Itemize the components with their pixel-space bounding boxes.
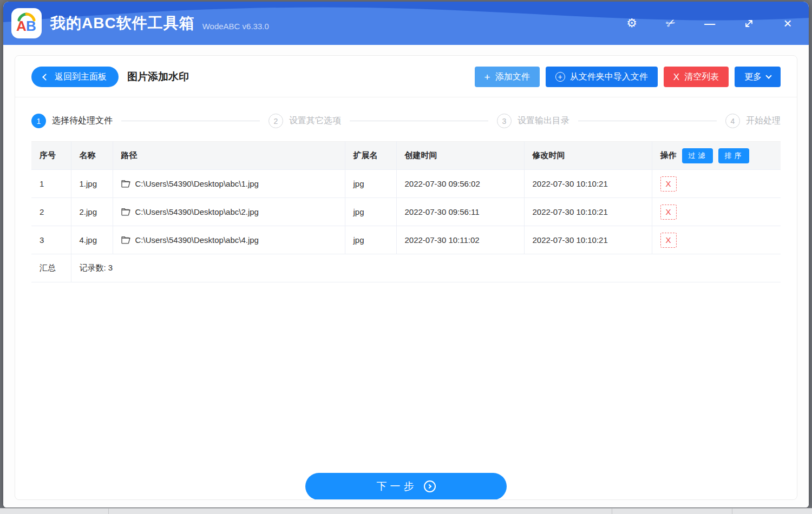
import-from-folder-button[interactable]: + 从文件夹中导入文件 (546, 67, 658, 87)
cell-created: 2022-07-30 09:56:11 (396, 198, 524, 226)
back-button-label: 返回到主面板 (55, 71, 107, 83)
table-row: 3 4.jpg C:\Users\54390\Desktop\abc\4.jpg (31, 226, 781, 254)
next-step-button[interactable]: 下一步 (305, 473, 507, 500)
col-header-path: 路径 (113, 142, 345, 170)
screenshot-scissors-icon[interactable]: ✂ (662, 14, 680, 33)
folder-icon (121, 208, 130, 216)
step-3-circle: 3 (497, 114, 512, 128)
svg-text:A: A (16, 18, 27, 34)
cell-ext: jpg (345, 170, 396, 198)
background-taskbar (0, 508, 812, 514)
path-text: C:\Users\54390\Desktop\abc\1.jpg (135, 179, 259, 188)
next-step-label: 下一步 (377, 479, 417, 493)
step-indicator: 1 选择待处理文件 2 设置其它选项 3 设置输出目录 4 开始处理 (15, 97, 797, 141)
app-window: A B 我的ABC软件工具箱 WodeABC v6.33.0 ⚙ ✂ — × (3, 2, 809, 508)
table-header-row: 序号 名称 路径 扩展名 创建时间 修改时间 操作 过滤 排序 (31, 142, 781, 170)
cell-created: 2022-07-30 09:56:02 (396, 170, 524, 198)
step-4-start: 4 开始处理 (725, 114, 781, 128)
cell-name: 1.jpg (71, 170, 113, 198)
back-to-dashboard-button[interactable]: 返回到主面板 (31, 67, 119, 87)
cell-index: 1 (31, 170, 71, 198)
table-row: 1 1.jpg C:\Users\54390\Desktop\abc\1.jpg (31, 170, 781, 198)
minimize-icon[interactable]: — (703, 16, 717, 30)
x-icon: X (673, 73, 679, 82)
clear-list-label: 清空列表 (684, 71, 719, 83)
step-4-label: 开始处理 (746, 115, 781, 127)
col-header-created: 创建时间 (396, 142, 524, 170)
import-folder-label: 从文件夹中导入文件 (570, 71, 648, 83)
folder-icon (121, 236, 130, 244)
arrow-right-circle-icon (424, 480, 436, 492)
step-connector (578, 121, 717, 121)
maximize-resize-icon[interactable] (742, 16, 756, 30)
cell-ext: jpg (345, 226, 396, 254)
step-3-label: 设置输出目录 (518, 115, 569, 127)
add-files-button[interactable]: + 添加文件 (475, 67, 540, 87)
cell-operations: X (652, 170, 781, 198)
step-connector (121, 121, 260, 121)
file-table: 序号 名称 路径 扩展名 创建时间 修改时间 操作 过滤 排序 (31, 141, 781, 282)
delete-row-button[interactable]: X (660, 233, 677, 248)
clear-list-button[interactable]: X 清空列表 (664, 67, 729, 87)
step-2-options: 2 设置其它选项 (269, 114, 341, 128)
file-table-container: 序号 名称 路径 扩展名 创建时间 修改时间 操作 过滤 排序 (15, 141, 797, 282)
circle-plus-icon: + (555, 72, 565, 82)
app-version: WodeABC v6.33.0 (202, 22, 269, 31)
cell-modified: 2022-07-30 10:10:21 (524, 170, 652, 198)
add-files-label: 添加文件 (495, 71, 530, 83)
step-2-label: 设置其它选项 (289, 115, 341, 127)
col-header-index: 序号 (31, 142, 71, 170)
col-header-operations: 操作 过滤 排序 (652, 142, 781, 170)
delete-row-button[interactable]: X (660, 205, 677, 220)
sort-button[interactable]: 排序 (718, 148, 749, 163)
cell-operations: X (652, 198, 781, 226)
step-3-output-dir: 3 设置输出目录 (497, 114, 569, 128)
more-label: 更多 (744, 71, 762, 83)
col-header-ext: 扩展名 (345, 142, 396, 170)
close-icon[interactable]: × (781, 16, 795, 30)
plus-icon: + (484, 72, 490, 82)
step-1-select-files: 1 选择待处理文件 (31, 114, 113, 128)
cell-created: 2022-07-30 10:11:02 (396, 226, 524, 254)
path-text: C:\Users\54390\Desktop\abc\4.jpg (135, 235, 259, 245)
summary-label: 汇总 (31, 254, 71, 282)
path-text: C:\Users\54390\Desktop\abc\2.jpg (135, 207, 259, 216)
cell-modified: 2022-07-30 10:10:21 (524, 226, 652, 254)
step-4-circle: 4 (725, 114, 740, 128)
cell-index: 3 (31, 226, 71, 254)
more-dropdown-button[interactable]: 更多 (735, 67, 781, 87)
chevron-down-icon (765, 73, 771, 78)
col-header-name: 名称 (71, 142, 113, 170)
titlebar: A B 我的ABC软件工具箱 WodeABC v6.33.0 ⚙ ✂ — × (3, 2, 809, 45)
op-header-label: 操作 (660, 150, 677, 161)
cell-modified: 2022-07-30 10:10:21 (524, 198, 652, 226)
cell-path: C:\Users\54390\Desktop\abc\1.jpg (113, 170, 345, 198)
app-title: 我的ABC软件工具箱 (50, 13, 195, 34)
chevron-left-icon (42, 74, 49, 81)
cell-name: 4.jpg (71, 226, 113, 254)
cell-path: C:\Users\54390\Desktop\abc\2.jpg (113, 198, 345, 226)
summary-row: 汇总 记录数: 3 (31, 254, 781, 282)
settings-gear-icon[interactable]: ⚙ (625, 16, 639, 30)
cell-name: 2.jpg (71, 198, 113, 226)
main-card: 返回到主面板 图片添加水印 + 添加文件 + 从文件夹中导入文件 X 清空列表 (15, 55, 797, 500)
step-1-circle: 1 (31, 114, 46, 128)
step-connector (350, 121, 488, 121)
cell-index: 2 (31, 198, 71, 226)
col-header-modified: 修改时间 (524, 142, 652, 170)
filter-button[interactable]: 过滤 (682, 148, 713, 163)
content-area: 返回到主面板 图片添加水印 + 添加文件 + 从文件夹中导入文件 X 清空列表 (3, 45, 809, 508)
summary-record-count: 记录数: 3 (71, 254, 781, 282)
cell-operations: X (652, 226, 781, 254)
folder-icon (121, 180, 130, 188)
page-title: 图片添加水印 (127, 70, 189, 84)
cell-path: C:\Users\54390\Desktop\abc\4.jpg (113, 226, 345, 254)
svg-text:B: B (26, 18, 36, 34)
step-1-label: 选择待处理文件 (52, 115, 113, 127)
abc-logo-icon: A B (15, 11, 38, 35)
table-row: 2 2.jpg C:\Users\54390\Desktop\abc\2.jpg (31, 198, 781, 226)
toolbar: 返回到主面板 图片添加水印 + 添加文件 + 从文件夹中导入文件 X 清空列表 (15, 56, 797, 97)
app-logo: A B (11, 8, 42, 38)
delete-row-button[interactable]: X (660, 176, 677, 192)
cell-ext: jpg (345, 198, 396, 226)
